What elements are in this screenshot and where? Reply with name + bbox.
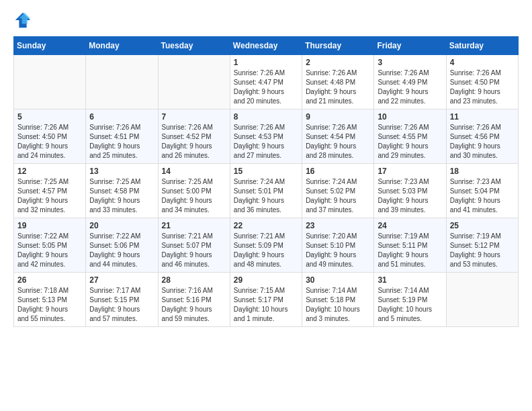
calendar-cell: 11Sunrise: 7:26 AM Sunset: 4:56 PM Dayli… [446, 109, 518, 164]
day-info: Sunrise: 7:23 AM Sunset: 5:04 PM Dayligh… [450, 177, 515, 215]
calendar-cell: 4Sunrise: 7:26 AM Sunset: 4:50 PM Daylig… [446, 55, 518, 109]
calendar-cell: 13Sunrise: 7:25 AM Sunset: 4:58 PM Dayli… [86, 164, 158, 218]
calendar-week-3: 12Sunrise: 7:25 AM Sunset: 4:57 PM Dayli… [14, 164, 519, 218]
day-info: Sunrise: 7:26 AM Sunset: 4:50 PM Dayligh… [450, 68, 515, 106]
calendar-cell: 21Sunrise: 7:21 AM Sunset: 5:07 PM Dayli… [158, 218, 230, 273]
calendar-cell: 19Sunrise: 7:22 AM Sunset: 5:05 PM Dayli… [14, 218, 86, 273]
calendar-week-4: 19Sunrise: 7:22 AM Sunset: 5:05 PM Dayli… [14, 218, 519, 273]
day-info: Sunrise: 7:26 AM Sunset: 4:50 PM Dayligh… [17, 123, 82, 161]
weekday-header-saturday: Saturday [446, 37, 518, 55]
day-number: 24 [378, 221, 442, 230]
weekday-header-monday: Monday [86, 37, 158, 55]
calendar-cell [86, 55, 158, 109]
day-info: Sunrise: 7:26 AM Sunset: 4:54 PM Dayligh… [306, 123, 370, 161]
day-info: Sunrise: 7:21 AM Sunset: 5:09 PM Dayligh… [234, 232, 298, 269]
day-info: Sunrise: 7:26 AM Sunset: 4:52 PM Dayligh… [162, 123, 226, 161]
calendar-cell: 3Sunrise: 7:26 AM Sunset: 4:49 PM Daylig… [374, 55, 446, 109]
calendar-cell: 12Sunrise: 7:25 AM Sunset: 4:57 PM Dayli… [14, 164, 86, 218]
day-number: 11 [450, 112, 515, 122]
calendar-cell: 14Sunrise: 7:25 AM Sunset: 5:00 PM Dayli… [158, 164, 230, 218]
day-info: Sunrise: 7:26 AM Sunset: 4:48 PM Dayligh… [306, 68, 370, 106]
day-number: 27 [89, 275, 154, 285]
calendar-cell: 25Sunrise: 7:19 AM Sunset: 5:12 PM Dayli… [446, 218, 518, 273]
day-number: 23 [306, 221, 370, 230]
day-number: 8 [234, 112, 298, 122]
day-number: 18 [450, 167, 515, 176]
day-number: 28 [162, 275, 226, 285]
day-number: 13 [89, 167, 154, 176]
day-info: Sunrise: 7:22 AM Sunset: 5:06 PM Dayligh… [89, 232, 154, 269]
calendar-cell: 5Sunrise: 7:26 AM Sunset: 4:50 PM Daylig… [14, 109, 86, 164]
calendar-cell: 23Sunrise: 7:20 AM Sunset: 5:10 PM Dayli… [302, 218, 374, 273]
day-info: Sunrise: 7:20 AM Sunset: 5:10 PM Dayligh… [306, 232, 370, 269]
calendar-cell: 26Sunrise: 7:18 AM Sunset: 5:13 PM Dayli… [14, 273, 86, 327]
day-info: Sunrise: 7:26 AM Sunset: 4:56 PM Dayligh… [450, 123, 515, 161]
weekday-header-row: SundayMondayTuesdayWednesdayThursdayFrid… [14, 37, 519, 55]
day-number: 1 [234, 58, 298, 67]
calendar-cell: 7Sunrise: 7:26 AM Sunset: 4:52 PM Daylig… [158, 109, 230, 164]
day-info: Sunrise: 7:26 AM Sunset: 4:53 PM Dayligh… [234, 123, 298, 161]
calendar-header: SundayMondayTuesdayWednesdayThursdayFrid… [14, 37, 519, 55]
day-number: 30 [306, 275, 370, 285]
day-number: 15 [234, 167, 298, 176]
day-info: Sunrise: 7:26 AM Sunset: 4:47 PM Dayligh… [234, 68, 298, 106]
calendar-body: 1Sunrise: 7:26 AM Sunset: 4:47 PM Daylig… [14, 55, 519, 327]
calendar-cell: 2Sunrise: 7:26 AM Sunset: 4:48 PM Daylig… [302, 55, 374, 109]
day-info: Sunrise: 7:17 AM Sunset: 5:15 PM Dayligh… [89, 286, 154, 324]
calendar-cell: 31Sunrise: 7:14 AM Sunset: 5:19 PM Dayli… [374, 273, 446, 327]
calendar-cell: 6Sunrise: 7:26 AM Sunset: 4:51 PM Daylig… [86, 109, 158, 164]
day-number: 9 [306, 112, 370, 122]
day-info: Sunrise: 7:15 AM Sunset: 5:17 PM Dayligh… [234, 286, 298, 324]
day-info: Sunrise: 7:14 AM Sunset: 5:18 PM Dayligh… [306, 286, 370, 324]
weekday-header-sunday: Sunday [14, 37, 86, 55]
calendar-cell: 1Sunrise: 7:26 AM Sunset: 4:47 PM Daylig… [230, 55, 302, 109]
day-number: 26 [17, 275, 82, 285]
calendar-cell: 29Sunrise: 7:15 AM Sunset: 5:17 PM Dayli… [230, 273, 302, 327]
day-number: 3 [378, 58, 442, 67]
calendar-cell: 22Sunrise: 7:21 AM Sunset: 5:09 PM Dayli… [230, 218, 302, 273]
calendar-cell [446, 273, 518, 327]
day-info: Sunrise: 7:14 AM Sunset: 5:19 PM Dayligh… [378, 286, 442, 324]
day-number: 17 [378, 167, 442, 176]
day-number: 14 [162, 167, 226, 176]
calendar-cell: 17Sunrise: 7:23 AM Sunset: 5:03 PM Dayli… [374, 164, 446, 218]
logo [13, 11, 35, 30]
calendar-table: SundayMondayTuesdayWednesdayThursdayFrid… [13, 36, 519, 327]
day-number: 6 [89, 112, 154, 122]
day-info: Sunrise: 7:25 AM Sunset: 4:58 PM Dayligh… [89, 177, 154, 215]
day-info: Sunrise: 7:22 AM Sunset: 5:05 PM Dayligh… [17, 232, 82, 269]
weekday-header-wednesday: Wednesday [230, 37, 302, 55]
day-number: 31 [378, 275, 442, 285]
calendar-cell [14, 55, 86, 109]
weekday-header-thursday: Thursday [302, 37, 374, 55]
header [13, 11, 519, 30]
calendar-cell: 28Sunrise: 7:16 AM Sunset: 5:16 PM Dayli… [158, 273, 230, 327]
day-number: 4 [450, 58, 515, 67]
day-info: Sunrise: 7:26 AM Sunset: 4:49 PM Dayligh… [378, 68, 442, 106]
calendar-cell: 8Sunrise: 7:26 AM Sunset: 4:53 PM Daylig… [230, 109, 302, 164]
calendar-cell: 24Sunrise: 7:19 AM Sunset: 5:11 PM Dayli… [374, 218, 446, 273]
day-number: 19 [17, 221, 82, 230]
weekday-header-friday: Friday [374, 37, 446, 55]
day-info: Sunrise: 7:16 AM Sunset: 5:16 PM Dayligh… [162, 286, 226, 324]
day-number: 20 [89, 221, 154, 230]
day-info: Sunrise: 7:23 AM Sunset: 5:03 PM Dayligh… [378, 177, 442, 215]
day-number: 21 [162, 221, 226, 230]
calendar-cell: 10Sunrise: 7:26 AM Sunset: 4:55 PM Dayli… [374, 109, 446, 164]
day-number: 25 [450, 221, 515, 230]
day-info: Sunrise: 7:18 AM Sunset: 5:13 PM Dayligh… [17, 286, 82, 324]
calendar-cell: 20Sunrise: 7:22 AM Sunset: 5:06 PM Dayli… [86, 218, 158, 273]
day-number: 22 [234, 221, 298, 230]
calendar-cell: 9Sunrise: 7:26 AM Sunset: 4:54 PM Daylig… [302, 109, 374, 164]
day-info: Sunrise: 7:24 AM Sunset: 5:02 PM Dayligh… [306, 177, 370, 215]
logo-icon [13, 11, 32, 30]
day-info: Sunrise: 7:26 AM Sunset: 4:51 PM Dayligh… [89, 123, 154, 161]
weekday-header-tuesday: Tuesday [158, 37, 230, 55]
calendar-cell: 30Sunrise: 7:14 AM Sunset: 5:18 PM Dayli… [302, 273, 374, 327]
calendar-cell: 18Sunrise: 7:23 AM Sunset: 5:04 PM Dayli… [446, 164, 518, 218]
day-number: 2 [306, 58, 370, 67]
day-info: Sunrise: 7:19 AM Sunset: 5:11 PM Dayligh… [378, 232, 442, 269]
day-number: 12 [17, 167, 82, 176]
calendar-cell: 16Sunrise: 7:24 AM Sunset: 5:02 PM Dayli… [302, 164, 374, 218]
calendar-cell: 15Sunrise: 7:24 AM Sunset: 5:01 PM Dayli… [230, 164, 302, 218]
